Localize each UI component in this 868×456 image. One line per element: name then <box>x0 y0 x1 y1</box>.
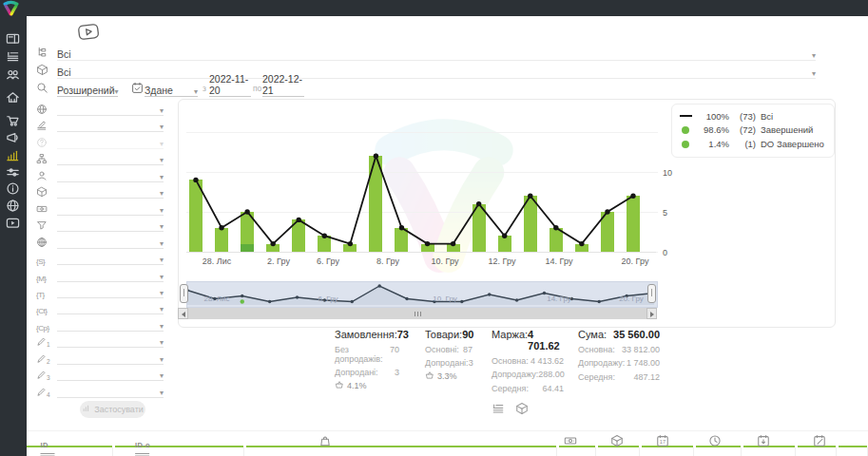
chevron-down-icon: ▾ <box>160 190 164 198</box>
filter-select-manager[interactable]: ▾ <box>57 167 164 182</box>
sidebar-item-orders[interactable] <box>6 49 21 65</box>
filter-select-payment[interactable]: ▾ <box>57 200 164 216</box>
chevron-down-icon: ▾ <box>812 52 816 60</box>
stat-value: 4 701.62 <box>528 329 564 352</box>
date-to-input[interactable]: 2022-12-21 <box>262 80 304 97</box>
navigator-handle-left[interactable] <box>180 284 188 303</box>
date-field-select[interactable]: Здане ▾ <box>145 80 198 97</box>
bar-completed <box>215 228 228 252</box>
bar-completed <box>369 156 382 252</box>
scrollbar-right-button[interactable] <box>646 308 657 319</box>
sidebar-item-integrations[interactable] <box>6 199 21 214</box>
filter-select-site[interactable]: ▾ <box>57 234 164 249</box>
sidebar-item-info[interactable] <box>6 181 21 197</box>
date-field-value: Здане <box>145 85 173 96</box>
search-mode-value: Розширений <box>57 85 115 96</box>
filter-select-funnel[interactable]: ▾ <box>57 217 164 232</box>
site-icon <box>36 235 48 252</box>
x-axis-label: 2. Гру <box>267 256 290 266</box>
column-bag-icon[interactable] <box>318 434 332 451</box>
column-clock-icon[interactable] <box>708 434 722 451</box>
date-from-input[interactable]: 2022-11-20 <box>209 80 251 97</box>
filter-select-country[interactable]: ▾ <box>57 101 164 116</box>
bar-completed <box>292 219 305 252</box>
sidebar-item-statistics[interactable] <box>6 148 21 163</box>
sidebar-item-purchases[interactable] <box>6 113 21 128</box>
sidebar-item-tutorials[interactable] <box>6 216 21 231</box>
scrollbar-left-button[interactable] <box>178 308 188 319</box>
column-id-o-icon[interactable]: ID-о <box>135 434 150 454</box>
sidebar-item-customers[interactable] <box>6 67 21 83</box>
filter-select-tag-s[interactable]: ▾ <box>57 250 164 265</box>
legend-item[interactable]: 1.4%(1)DO Завершено <box>680 138 824 151</box>
chevron-down-icon: ▾ <box>160 174 164 181</box>
x-axis-label: 14. Гру <box>546 256 573 266</box>
apply-button[interactable]: Застосувати <box>80 401 145 418</box>
sidebar-item-automation[interactable] <box>6 165 21 180</box>
column-caldown-icon[interactable] <box>757 434 770 451</box>
video-hint-icon[interactable] <box>76 23 101 41</box>
bar-completed <box>318 236 331 252</box>
filter-select-tag-ct[interactable]: ▾ <box>57 299 164 314</box>
chevron-down-icon: ▾ <box>160 290 164 297</box>
filter-select-tag-cp[interactable]: ▾ <box>57 316 164 332</box>
y-axis-label: 5 <box>663 208 667 218</box>
search-mode-select[interactable]: Розширений ▾ <box>57 80 118 97</box>
filter-select-tag-m[interactable]: ▾ <box>57 267 164 282</box>
x-axis-label: 12. Гру <box>489 256 516 266</box>
chevron-down-icon: ▾ <box>160 390 164 397</box>
tag-s-icon: {S} <box>36 251 45 268</box>
custom-field-4-icon: 4 <box>36 384 50 401</box>
sidebar-item-dashboard[interactable] <box>6 31 21 47</box>
column-id-list-icon[interactable]: ID <box>41 434 55 454</box>
legend-item[interactable]: 98.6%(72)Завершений <box>680 124 813 137</box>
stat-column: Сума:35 560.00Основна:33 812.00Допродажу… <box>578 329 660 382</box>
column-caledit-icon[interactable] <box>813 434 826 451</box>
bar-completed <box>447 244 460 252</box>
filter-select-structure[interactable]: ▾ <box>57 150 164 165</box>
products-select[interactable]: Всі ▾ <box>57 62 816 79</box>
y-axis-label: 10 <box>663 168 672 178</box>
statuses-select[interactable]: Всі ▾ <box>57 44 816 61</box>
filter-select-custom-field-1[interactable]: ▾ <box>57 332 164 348</box>
filter-select-custom-field-3[interactable]: ▾ <box>57 366 164 381</box>
column-cal17-icon[interactable]: 17 <box>656 434 669 451</box>
filter-select-custom-field-4[interactable]: ▾ <box>57 383 164 398</box>
chart-navigator[interactable] <box>186 281 658 308</box>
filter-select-custom-field-2[interactable]: ▾ <box>57 350 164 365</box>
scrollbar-grip[interactable] <box>415 312 421 316</box>
filter-select-status-custom[interactable]: ▾ <box>57 117 164 132</box>
chevron-down-icon: ▾ <box>160 207 164 215</box>
chevron-down-icon: ▾ <box>160 240 164 248</box>
svg-text:17: 17 <box>660 439 665 445</box>
column-banknote-icon[interactable] <box>564 434 577 451</box>
x-axis-label: 8. Гру <box>376 256 399 266</box>
legend-item[interactable]: 100%(73)Всі <box>680 109 773 123</box>
filter-select-product[interactable]: ▾ <box>57 183 164 199</box>
source-structure-icon <box>36 45 48 62</box>
bar-completed <box>524 196 537 252</box>
view-products-toggle[interactable] <box>515 402 530 417</box>
navigator-handle-right[interactable] <box>647 284 656 303</box>
y-axis-label: 0 <box>663 248 667 257</box>
chart-legend: 100%(73)Всі98.6%(72)Завершений1.4%(1)DO … <box>671 104 835 158</box>
sidebar-item-marketing[interactable] <box>6 130 21 145</box>
status-custom-icon <box>36 118 48 135</box>
stat-title: Замовлення: <box>335 329 397 340</box>
bar-completed <box>241 212 254 244</box>
navigator-label: 28. Лис <box>203 294 229 303</box>
statuses-select-value: Всі <box>57 48 71 60</box>
basket-icon <box>335 380 344 391</box>
x-axis-label: 28. Лис <box>203 256 231 266</box>
column-cube-icon[interactable] <box>610 434 624 451</box>
manager-icon <box>36 168 48 185</box>
stat-value: 73 <box>397 329 409 340</box>
sidebar-item-warehouse[interactable] <box>6 90 21 105</box>
view-orders-toggle[interactable] <box>492 402 507 417</box>
app-logo-icon[interactable] <box>3 0 19 16</box>
filter-select-tag-t[interactable]: ▾ <box>57 283 164 298</box>
bar-completed <box>266 244 280 252</box>
chevron-down-icon: ▾ <box>160 107 164 115</box>
unknown-icon <box>36 135 48 152</box>
tag-m-icon: {M} <box>36 268 47 285</box>
